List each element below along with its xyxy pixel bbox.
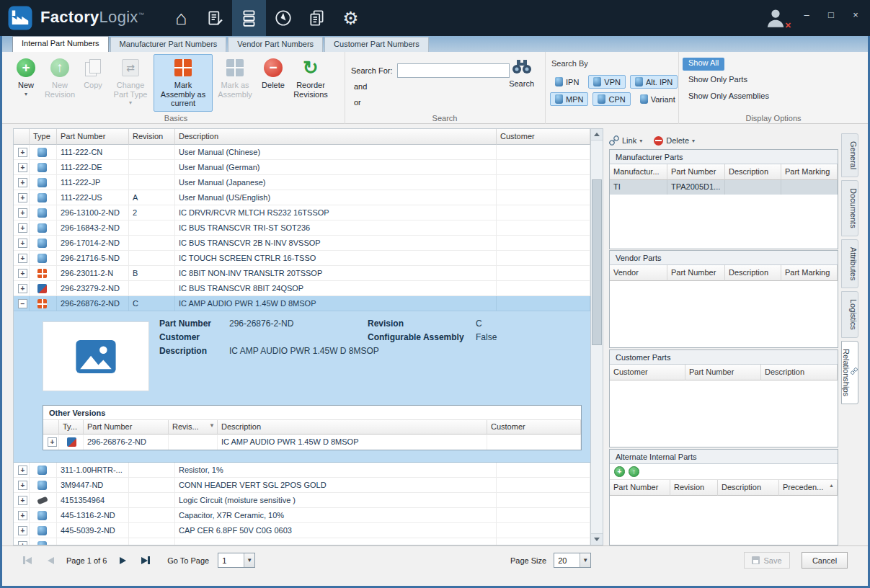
- row-expander-icon[interactable]: [18, 223, 27, 233]
- search-by-toggle[interactable]: VPN: [588, 75, 626, 89]
- tab-relationships[interactable]: Relationships: [841, 341, 858, 404]
- search-button[interactable]: Search: [509, 58, 534, 89]
- change-part-type-button[interactable]: ⇄ Change Part Type▾: [107, 54, 154, 112]
- column-header[interactable]: Part Marking: [781, 265, 838, 281]
- part-row[interactable]: 111-222-JP User Manual (Japanese): [14, 175, 590, 190]
- row-expander-icon[interactable]: [18, 466, 27, 475]
- row-collapse-icon[interactable]: [18, 299, 27, 308]
- row-expander-icon[interactable]: [18, 239, 27, 248]
- row-expander-icon[interactable]: [48, 437, 57, 447]
- search-by-toggle[interactable]: MPN: [550, 92, 588, 106]
- row-expander-icon[interactable]: [18, 208, 27, 218]
- search-input[interactable]: [397, 63, 510, 78]
- close-button[interactable]: ×: [850, 9, 861, 20]
- part-image-placeholder[interactable]: [43, 321, 149, 391]
- part-row[interactable]: 111-222-DE User Manual (German): [14, 160, 590, 175]
- link-button[interactable]: Link▾: [609, 135, 642, 146]
- first-page-icon[interactable]: [20, 554, 35, 567]
- part-row[interactable]: 4151354964 Logic Circuit (moisture sensi…: [14, 493, 590, 508]
- last-page-icon[interactable]: [138, 554, 153, 567]
- expander-column-header[interactable]: [14, 129, 30, 145]
- delete-button[interactable]: − Delete: [257, 54, 289, 112]
- column-header[interactable]: Part Number: [667, 164, 725, 180]
- tab-customer-part-numbers[interactable]: Customer Part Numbers: [324, 37, 429, 52]
- column-header[interactable]: Part Number: [685, 365, 761, 380]
- column-header[interactable]: Revision: [670, 480, 718, 496]
- user-account-icon[interactable]: ✕: [765, 7, 789, 29]
- row-expander-icon[interactable]: [18, 178, 27, 187]
- part-row[interactable]: 296-21716-5-ND IC TOUCH SCREEN CTRLR 16-…: [14, 251, 590, 266]
- home-icon[interactable]: ⌂: [164, 0, 198, 36]
- tab-logistics[interactable]: Logistics: [841, 291, 858, 338]
- new-button[interactable]: + New▾: [11, 54, 41, 112]
- show-only-parts-option[interactable]: Show Only Parts: [683, 74, 753, 87]
- filter-caret-icon[interactable]: ▼: [209, 422, 215, 429]
- tab-general[interactable]: General: [841, 133, 858, 177]
- row-expander-icon[interactable]: [18, 254, 27, 263]
- part-row[interactable]: 311-1.00HRTR-... Resistor, 1%: [14, 463, 590, 478]
- mark-as-assembly-button[interactable]: Mark as Assembly: [213, 54, 257, 112]
- part-row[interactable]: 296-13100-2-ND 2 IC DRVR/RCVR MLTCH RS23…: [14, 205, 590, 220]
- part-row[interactable]: 296-23279-2-ND IC BUS TRANSCVR 8BIT 24QS…: [14, 281, 590, 296]
- search-by-toggle[interactable]: CPN: [592, 92, 630, 106]
- ov-expander-header[interactable]: [43, 420, 59, 435]
- part-row-selected[interactable]: 296-26876-2-ND C IC AMP AUDIO PWR 1.45W …: [14, 296, 590, 311]
- ov-customer-header[interactable]: Customer: [487, 420, 581, 435]
- documents-icon[interactable]: [300, 0, 334, 36]
- row-expander-icon[interactable]: [18, 511, 27, 520]
- part-row[interactable]: 445-5039-2-ND CAP CER 6.8PF 50V C0G 0603: [14, 523, 590, 538]
- work-instructions-icon[interactable]: [198, 0, 232, 36]
- page-size-select[interactable]: 20 ▼: [554, 553, 591, 568]
- column-header[interactable]: Description: [725, 265, 781, 281]
- column-header[interactable]: Description: [725, 164, 781, 180]
- copy-button[interactable]: Copy: [79, 54, 107, 112]
- column-header[interactable]: Customer: [610, 365, 685, 380]
- part-row[interactable]: 3M9447-ND CONN HEADER VERT SGL 2POS GOLD: [14, 478, 590, 493]
- show-only-assemblies-option[interactable]: Show Only Assemblies: [683, 91, 775, 104]
- part-row[interactable]: 445-1316-2-ND Capacitor, X7R Ceramic, 10…: [14, 508, 590, 523]
- row-expander-icon[interactable]: [18, 284, 27, 293]
- scroll-up-icon[interactable]: [591, 129, 603, 141]
- row-expander-icon[interactable]: [18, 496, 27, 505]
- row-expander-icon[interactable]: [18, 148, 27, 157]
- part-row[interactable]: 296-17014-2-ND IC BUS TRANSCVR 2B N-INV …: [14, 236, 590, 251]
- settings-gear-icon[interactable]: ⚙: [334, 0, 368, 36]
- previous-page-icon[interactable]: [43, 554, 58, 567]
- part-numbers-icon[interactable]: [232, 0, 266, 36]
- manufacturer-part-row[interactable]: TI TPA2005D1...: [610, 180, 838, 195]
- customer-column-header[interactable]: Customer: [497, 129, 590, 145]
- column-header[interactable]: Description: [718, 480, 779, 496]
- tab-manufacturer-part-numbers[interactable]: Manufacturer Part Numbers: [110, 37, 227, 52]
- move-up-icon[interactable]: ↑: [629, 466, 639, 477]
- show-all-option[interactable]: Show All: [683, 58, 724, 71]
- other-version-row[interactable]: 296-26876-2-ND IC AMP AUDIO PWR 1.45W D …: [43, 435, 581, 450]
- row-expander-icon[interactable]: [18, 193, 27, 202]
- description-column-header[interactable]: Description: [175, 129, 497, 145]
- part-row[interactable]: 296-23011-2-N B IC 8BIT NON-INV TRANSLTR…: [14, 266, 590, 281]
- column-header[interactable]: Part Number: [667, 265, 725, 281]
- tab-attributes[interactable]: Attributes: [841, 239, 858, 288]
- tab-vendor-part-numbers[interactable]: Vendor Part Numbers: [228, 37, 323, 52]
- column-header[interactable]: Part Marking: [781, 164, 838, 180]
- navigator-icon[interactable]: [266, 0, 300, 36]
- new-revision-button[interactable]: ↑ New Revision: [41, 54, 79, 112]
- part-row[interactable]: 296-16843-2-ND IC BUS TRANSCVR TRI-ST SO…: [14, 220, 590, 236]
- ov-type-header[interactable]: Ty...: [59, 420, 84, 435]
- scroll-down-icon[interactable]: [591, 533, 603, 545]
- column-header-sorted[interactable]: Preceden...▲: [779, 480, 838, 496]
- save-button[interactable]: Save: [744, 552, 790, 569]
- grid-vertical-scrollbar[interactable]: [591, 128, 603, 545]
- part-row[interactable]: 111-222-US A User Manual (US/English): [14, 190, 590, 205]
- scrollbar-thumb[interactable]: [592, 179, 602, 345]
- maximize-button[interactable]: □: [825, 9, 837, 20]
- tab-internal-part-numbers[interactable]: Internal Part Numbers: [12, 36, 109, 52]
- column-header[interactable]: Manufactur...: [610, 164, 667, 180]
- unlink-delete-button[interactable]: Delete▾: [654, 136, 695, 146]
- search-by-toggle[interactable]: IPN: [550, 75, 584, 89]
- search-by-toggle[interactable]: Alt. IPN: [630, 75, 678, 89]
- minimize-button[interactable]: –: [801, 9, 812, 20]
- cancel-button[interactable]: Cancel: [802, 552, 848, 569]
- add-alternate-part-icon[interactable]: +: [614, 466, 625, 477]
- row-expander-icon[interactable]: [18, 526, 27, 535]
- tab-documents[interactable]: Documents: [841, 180, 858, 236]
